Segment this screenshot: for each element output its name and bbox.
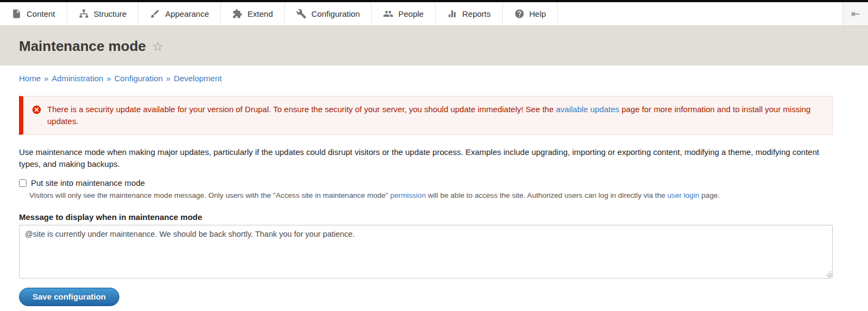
user-login-link[interactable]: user login: [667, 191, 699, 199]
page-title-row: Maintenance mode ☆: [19, 38, 849, 55]
toolbar-item-content[interactable]: Content: [0, 2, 67, 25]
toolbar-item-structure[interactable]: Structure: [67, 2, 139, 25]
appearance-icon: [150, 9, 160, 19]
collapse-toolbar-icon: ⇤: [851, 8, 860, 20]
breadcrumb-separator: »: [106, 74, 111, 83]
breadcrumb-link-development[interactable]: Development: [174, 74, 221, 83]
page-title: Maintenance mode: [19, 38, 146, 55]
breadcrumb-link-home[interactable]: Home: [19, 74, 41, 83]
admin-toolbar: Content Structure Appearance Extend Conf…: [0, 2, 868, 26]
toolbar-item-label: Extend: [247, 9, 273, 18]
toolbar-item-label: Reports: [462, 9, 491, 18]
extend-icon: [232, 9, 242, 19]
toolbar-item-label: Configuration: [311, 9, 360, 18]
toolbar-item-label: Appearance: [165, 9, 209, 18]
toolbar-item-label: People: [398, 9, 424, 18]
error-message-box: There is a security update available for…: [19, 96, 833, 135]
message-field-label: Message to display when in maintenance m…: [19, 212, 833, 222]
toolbar-item-reports[interactable]: Reports: [436, 2, 503, 25]
toolbar-item-help[interactable]: Help: [503, 2, 558, 25]
error-message-text: There is a security update available for…: [47, 103, 824, 127]
toolbar-item-label: Content: [27, 9, 55, 18]
breadcrumb-link-configuration[interactable]: Configuration: [114, 74, 163, 83]
toolbar-orientation-toggle[interactable]: ⇤: [843, 2, 868, 25]
people-icon: [383, 9, 393, 19]
error-text-before: There is a security update available for…: [47, 105, 556, 114]
maintenance-mode-checkbox[interactable]: [19, 179, 27, 187]
available-updates-link[interactable]: available updates: [556, 105, 620, 114]
help-icon: [514, 9, 525, 19]
maintenance-mode-intro: Use maintenance mode when making major u…: [19, 146, 833, 170]
content-icon: [11, 9, 22, 19]
save-configuration-button[interactable]: Save configuration: [19, 288, 119, 306]
toolbar-item-label: Structure: [94, 9, 127, 18]
breadcrumb-separator: »: [166, 74, 170, 83]
page-header: Maintenance mode ☆: [0, 26, 868, 66]
structure-icon: [79, 9, 89, 19]
configuration-icon: [296, 9, 307, 19]
maintenance-message-textarea[interactable]: @site is currently under maintenance. We…: [19, 225, 833, 278]
maintenance-mode-checkbox-row: Put site into maintenance mode: [19, 178, 833, 187]
toolbar-item-appearance[interactable]: Appearance: [138, 2, 221, 25]
checkbox-description-part2: will be able to access the site. Authori…: [426, 191, 667, 199]
toolbar-item-people[interactable]: People: [372, 2, 436, 25]
maintenance-mode-checkbox-label[interactable]: Put site into maintenance mode: [31, 178, 145, 187]
maintenance-mode-checkbox-description: Visitors will only see the maintenance m…: [29, 191, 833, 200]
toolbar-item-configuration[interactable]: Configuration: [285, 2, 372, 25]
message-field-wrapper: @site is currently under maintenance. We…: [19, 225, 833, 278]
breadcrumb-link-administration[interactable]: Administration: [52, 74, 103, 83]
reports-icon: [447, 9, 457, 19]
breadcrumb: Home»Administration»Configuration»Develo…: [0, 66, 868, 83]
star-shortcut-icon[interactable]: ☆: [152, 40, 164, 53]
checkbox-description-part1: Visitors will only see the maintenance m…: [29, 191, 390, 199]
error-icon: [32, 105, 41, 114]
toolbar-item-label: Help: [529, 9, 546, 18]
permission-link[interactable]: permission: [390, 191, 426, 199]
breadcrumb-separator: »: [44, 74, 48, 83]
checkbox-description-part3: page.: [699, 191, 720, 199]
toolbar-item-extend[interactable]: Extend: [221, 2, 285, 25]
